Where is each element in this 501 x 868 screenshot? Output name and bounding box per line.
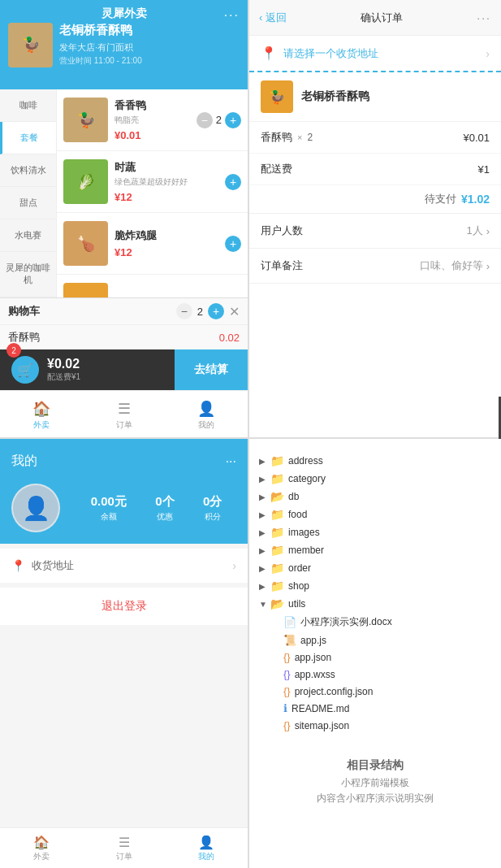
json-icon: {} (283, 651, 291, 663)
order-item-price: ¥0.01 (463, 132, 490, 144)
my-nav-waimai[interactable]: 🏠 外卖 (0, 828, 83, 868)
file-row-member[interactable]: ▶ 📁 member (259, 541, 491, 559)
file-row-sitemap[interactable]: {} sitemap.json (272, 717, 491, 734)
header-dots[interactable]: ··· (224, 8, 240, 23)
file-row-images[interactable]: ▶ 📁 images (259, 523, 491, 541)
nav-item-waimai[interactable]: 🏠 外卖 (0, 391, 83, 439)
footer-sub: 小程序前端模板 (267, 776, 483, 790)
nav-label-my: 我的 (198, 419, 214, 431)
food-name-2: 时蔬 (114, 160, 225, 175)
cat-item-drinks[interactable]: 饮料清水 (0, 154, 56, 187)
nav-item-my[interactable]: 👤 我的 (165, 391, 248, 439)
cat-item-power[interactable]: 水电赛 (0, 219, 56, 252)
my-nav-order[interactable]: ☰ 订单 (83, 828, 166, 868)
back-arrow-icon: ‹ (259, 11, 262, 24)
my-header-dots[interactable]: ··· (226, 454, 236, 469)
cart-close-icon[interactable]: ✕ (229, 304, 240, 319)
decrease-btn-1[interactable]: − (197, 112, 213, 128)
file-row-category[interactable]: ▶ 📁 category (259, 470, 491, 488)
back-button[interactable]: ‹ 返回 (259, 11, 287, 25)
increase-btn-2[interactable]: + (225, 174, 241, 190)
cart-dropdown: 购物车 − 2 + ✕ 香酥鸭 0.02 (0, 297, 248, 349)
cat-item-coffee2[interactable]: 灵犀的咖啡机 (0, 252, 56, 297)
user-count-row[interactable]: 用户人数 1人 › (249, 214, 501, 249)
food-item: 🦆 香香鸭 鸭脂亮 ¥0.01 − 2 + (57, 89, 248, 151)
file-name-order: order (288, 562, 311, 574)
file-row-food[interactable]: ▶ 📁 food (259, 506, 491, 523)
cat-item-set[interactable]: 套餐 (0, 122, 56, 154)
food-image-chicken: 🍗 (63, 221, 108, 266)
file-row-db[interactable]: ▶ 📂 db (259, 488, 491, 506)
file-row-docx[interactable]: 📄 小程序演示实例.docx (272, 613, 491, 631)
food-price-3: ¥12 (114, 246, 225, 258)
order-icon: ☰ (118, 400, 131, 418)
file-row-appwxss[interactable]: {} app.wxss (272, 666, 491, 683)
file-row-shop[interactable]: ▶ 📁 shop (259, 577, 491, 595)
my-nav-my[interactable]: 👤 我的 (165, 828, 248, 868)
file-name-readme: README.md (292, 703, 349, 714)
stat-points: 0分 积分 (203, 494, 222, 523)
file-row-utils[interactable]: ▼ 📂 utils (259, 595, 491, 613)
file-row-order[interactable]: ▶ 📁 order (259, 559, 491, 577)
points-value: 0分 (203, 494, 222, 510)
food-name-1: 香香鸭 (114, 98, 197, 113)
address-text: 收货地址 (32, 558, 232, 573)
cat-item-dessert[interactable]: 甜点 (0, 187, 56, 219)
increase-btn-3[interactable]: + (225, 236, 241, 252)
cart-add-btn[interactable]: + (208, 303, 224, 319)
file-row-address[interactable]: ▶ 📁 address (259, 452, 491, 470)
stat-coupon: 0个 优惠 (155, 494, 174, 523)
folder-arrow-icon: ▶ (259, 475, 267, 484)
json-icon-2: {} (283, 685, 291, 697)
footer-desc: 内容含小程序演示说明实例 (267, 792, 483, 805)
food-action-2: + (225, 174, 241, 190)
cart-icon[interactable]: 🛒 (11, 356, 39, 384)
file-row-projectconfig[interactable]: {} project.config.json (272, 683, 491, 700)
increase-btn-1[interactable]: + (225, 112, 241, 128)
food-item: 🥬 时蔬 绿色蔬菜超级好好好 ¥12 + (57, 151, 248, 213)
vertical-divider (248, 0, 249, 868)
my-nav-label-order: 订单 (116, 851, 132, 862)
back-label: 返回 (266, 11, 287, 25)
cart-minus-btn[interactable]: − (176, 303, 192, 319)
cart-badge: 2 (6, 343, 21, 358)
address-select[interactable]: 📍 请选择一个收货地址 › (249, 36, 501, 72)
nav-item-order[interactable]: ☰ 订单 (83, 391, 166, 439)
file-name-category: category (288, 473, 326, 484)
times-icon: × (297, 132, 302, 142)
delivery-row: 配送费 ¥1 (249, 154, 501, 185)
address-prompt: 请选择一个收货地址 (283, 46, 378, 61)
left-bottom-nav: 🏠 外卖 ☰ 订单 👤 我的 (0, 390, 248, 439)
right-header: ‹ 返回 确认订单 ··· (249, 0, 501, 36)
left-panel: 灵犀外卖 🦆 老铜桥香酥鸭 发年大店·有门面积 营业时间 11:00 - 21:… (0, 0, 248, 439)
cart-header-right: − 2 + ✕ (176, 303, 240, 319)
folder-icon-images: 📁 (270, 526, 284, 539)
delivery-price: ¥1 (478, 163, 490, 176)
address-select-left: 📍 请选择一个收货地址 (261, 46, 378, 61)
checkout-button[interactable]: 去结算 (175, 349, 248, 390)
cart-header: 购物车 − 2 + ✕ (0, 298, 248, 325)
food-image-veg: 🥬 (63, 159, 108, 204)
food-desc-1: 鸭脂亮 (114, 115, 197, 126)
cart-item-subtotal: 0.02 (219, 332, 240, 344)
nav-label-waimai: 外卖 (33, 419, 50, 431)
folder-icon-open: 📂 (270, 597, 284, 610)
order-notes-row[interactable]: 订单备注 口味、偷好等 › (249, 249, 501, 284)
cat-item-coffee[interactable]: 咖啡 (0, 89, 56, 122)
pending-amount: ¥1.02 (461, 193, 490, 206)
my-address-row[interactable]: 📍 收货地址 › (0, 549, 248, 583)
file-row-readme[interactable]: ℹ README.md (272, 700, 491, 717)
order-item-left: 香酥鸭 × 2 (261, 130, 313, 145)
food-info-1: 香香鸭 鸭脂亮 ¥0.01 (114, 98, 197, 141)
file-row-appjson[interactable]: {} app.json (272, 649, 491, 666)
my-nav-label-waimai: 外卖 (33, 851, 50, 862)
right-dots[interactable]: ··· (477, 11, 491, 24)
logout-button[interactable]: 退出登录 (0, 588, 248, 625)
folder-icon: 📁 (270, 579, 284, 592)
avatar: 👤 (11, 484, 60, 532)
food-action-3: + (225, 236, 241, 252)
file-row-appjs[interactable]: 📜 app.js (272, 631, 491, 649)
balance-value: 0.00元 (91, 494, 127, 510)
checkout-bar: 2 🛒 ¥0.02 配送费¥1 去结算 (0, 349, 248, 390)
order-item-row: 香酥鸭 × 2 ¥0.01 (249, 122, 501, 154)
